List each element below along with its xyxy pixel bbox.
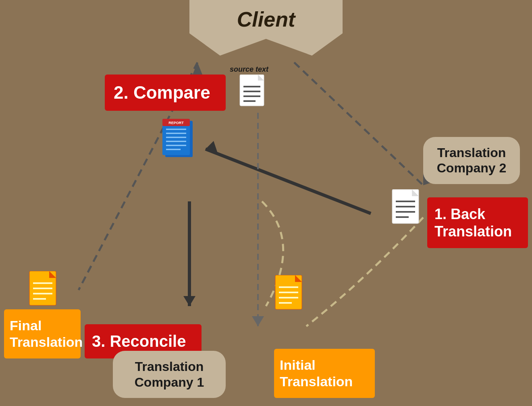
final-translation-doc-icon: [28, 271, 60, 309]
compare-text: 2. Compare: [114, 83, 210, 102]
source-doc-icon: [238, 75, 268, 111]
svg-line-2: [294, 62, 423, 185]
tc1-label: TranslationCompany 1: [135, 359, 204, 389]
svg-marker-7: [183, 296, 195, 306]
svg-text:REPORT: REPORT: [168, 121, 184, 125]
client-label: Client: [237, 8, 295, 31]
final-translation-label: FinalTranslation: [4, 309, 81, 358]
svg-marker-9: [252, 316, 264, 326]
client-box: Client: [189, 0, 343, 56]
svg-line-4: [206, 149, 371, 213]
source-text-label: source text: [230, 65, 268, 74]
back-translation-label: 1. BackTranslation: [427, 197, 528, 248]
translation-company-1-box: TranslationCompany 1: [113, 351, 226, 398]
translation-company-2-box: TranslationCompany 2: [423, 137, 520, 184]
compare-label: 2. Compare: [105, 75, 226, 111]
back-translation-text: 1. BackTranslation: [434, 206, 512, 240]
svg-marker-5: [206, 141, 218, 153]
report-doc-icon: REPORT: [161, 119, 197, 161]
initial-translation-text: InitialTranslation: [280, 357, 353, 389]
initial-translation-doc-icon: [274, 275, 306, 313]
svg-marker-1: [193, 62, 202, 75]
back-translation-doc-icon: [391, 189, 423, 228]
tc2-label: TranslationCompany 2: [437, 145, 506, 175]
initial-translation-label: InitialTranslation: [274, 349, 375, 398]
final-translation-text: FinalTranslation: [10, 318, 83, 350]
reconcile-text: 3. Reconcile: [92, 332, 186, 350]
